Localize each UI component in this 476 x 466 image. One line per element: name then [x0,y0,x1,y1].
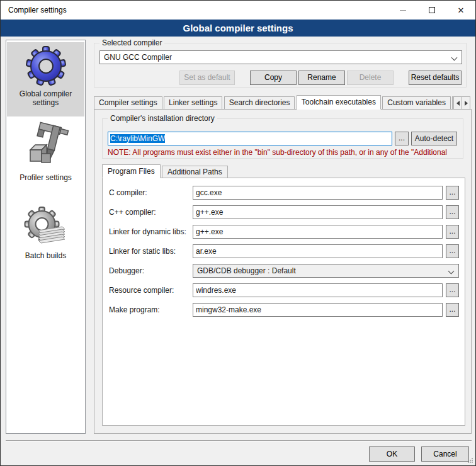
caliper-icon [23,121,69,170]
settings-category-list: Global compiler settings [6,40,86,434]
compiler-select-value: GNU GCC Compiler [104,53,172,62]
gear-blue-icon [26,46,66,86]
title-bar[interactable]: Compiler settings ✕ [1,1,475,20]
delete-button[interactable]: Delete [347,71,394,85]
program-files-panel: C compiler: ... C++ compiler: ... Linker… [102,178,465,426]
cpp-compiler-row: C++ compiler: ... [103,205,465,219]
tab-compiler-settings[interactable]: Compiler settings [94,96,162,110]
subtab-program-files[interactable]: Program Files [102,164,161,178]
resize-grip[interactable] [467,457,473,463]
compiler-select[interactable]: GNU GCC Compiler [99,50,462,64]
make-program-row: Make program: ... [103,303,465,317]
window-title: Compiler settings [1,6,388,14]
debugger-row: Debugger: GDB/CDB debugger : Default [103,264,465,278]
tab-custom-variables[interactable]: Custom variables [382,96,451,110]
minimize-button[interactable] [388,1,417,20]
selected-compiler-group: Selected compiler GNU GCC Compiler Set a… [94,43,467,88]
c-compiler-input[interactable] [193,186,443,200]
install-dir-selected-text: C:\raylib\MinGW [110,134,165,143]
resource-compiler-input[interactable] [193,283,443,297]
close-icon: ✕ [458,6,465,14]
arrow-left-icon [456,101,460,106]
arrow-right-icon [465,101,468,106]
set-as-default-button[interactable]: Set as default [179,71,235,85]
debugger-select-value: GDB/CDB debugger : Default [197,266,296,275]
c-compiler-row: C compiler: ... [103,186,465,200]
sidebar-item-batch-builds[interactable]: Batch builds [7,203,84,266]
installation-directory-group: Compiler's installation directory C:\ray… [102,118,463,159]
make-program-input[interactable] [193,303,443,317]
ok-button[interactable]: OK [369,446,415,462]
sidebar-item-label: Batch builds [7,251,84,260]
toolchain-executables-panel: Compiler's installation directory C:\ray… [94,109,472,434]
compiler-settings-dialog: Compiler settings ✕ Global compiler sett… [0,0,476,466]
tab-search-directories[interactable]: Search directories [224,96,295,110]
sidebar-item-label: Profiler settings [7,173,84,182]
cancel-button[interactable]: Cancel [421,446,469,462]
toolchain-subtab-strip: Program Files Additional Paths [102,164,227,178]
cpp-compiler-browse-button[interactable]: ... [446,205,459,219]
bin-subdirectory-note: NOTE: All programs must exist either in … [108,148,460,157]
chevron-down-icon [451,55,458,61]
static-linker-label: Linker for static libs: [109,244,192,258]
dynamic-linker-input[interactable] [193,225,443,239]
minimize-icon [400,10,406,11]
close-button[interactable]: ✕ [446,1,475,20]
subtab-additional-paths[interactable]: Additional Paths [162,166,228,178]
debugger-label: Debugger: [109,264,192,278]
resource-compiler-label: Resource compiler: [109,283,192,297]
c-compiler-label: C compiler: [109,186,192,200]
dynamic-linker-browse-button[interactable]: ... [446,225,459,239]
dialog-banner: Global compiler settings [1,20,475,37]
static-linker-browse-button[interactable]: ... [446,244,459,258]
tab-scroll-left-button[interactable] [453,96,462,110]
banner-title: Global compiler settings [183,23,293,33]
cpp-compiler-input[interactable] [193,205,443,219]
cpp-compiler-label: C++ compiler: [109,205,192,219]
reset-defaults-button[interactable]: Reset defaults [409,71,462,85]
tab-toolchain-executables[interactable]: Toolchain executables [297,95,381,110]
sidebar-item-profiler-settings[interactable]: Profiler settings [7,118,84,188]
tab-scroll-buttons [454,96,470,110]
chevron-down-icon [448,268,455,275]
settings-tab-strip: Compiler settings Linker settings Search… [94,95,454,110]
auto-detect-button[interactable]: Auto-detect [411,132,457,145]
browse-install-dir-button[interactable]: ... [395,132,409,145]
dynamic-linker-label: Linker for dynamic libs: [109,225,192,239]
static-linker-input[interactable] [193,244,443,258]
install-dir-input[interactable]: C:\raylib\MinGW [108,132,392,145]
static-linker-row: Linker for static libs: ... [103,244,465,258]
footer-separator [6,440,472,441]
make-program-browse-button[interactable]: ... [446,303,459,317]
maximize-button[interactable] [417,1,446,20]
copy-button[interactable]: Copy [250,71,297,85]
sidebar-item-global-compiler-settings[interactable]: Global compiler settings [7,42,84,116]
installation-directory-group-label: Compiler's installation directory [108,114,217,123]
sidebar-item-label: Global compiler settings [18,89,74,107]
resource-compiler-row: Resource compiler: ... [103,283,465,297]
tab-linker-settings[interactable]: Linker settings [164,96,222,110]
gear-stack-icon [23,205,69,248]
make-program-label: Make program: [109,303,192,317]
resource-compiler-browse-button[interactable]: ... [446,283,459,297]
tab-scroll-right-button[interactable] [462,96,470,110]
maximize-icon [429,7,435,13]
rename-button[interactable]: Rename [298,71,345,85]
selected-compiler-group-label: Selected compiler [99,38,164,47]
dynamic-linker-row: Linker for dynamic libs: ... [103,225,465,239]
c-compiler-browse-button[interactable]: ... [446,186,459,200]
debugger-select[interactable]: GDB/CDB debugger : Default [193,264,459,278]
